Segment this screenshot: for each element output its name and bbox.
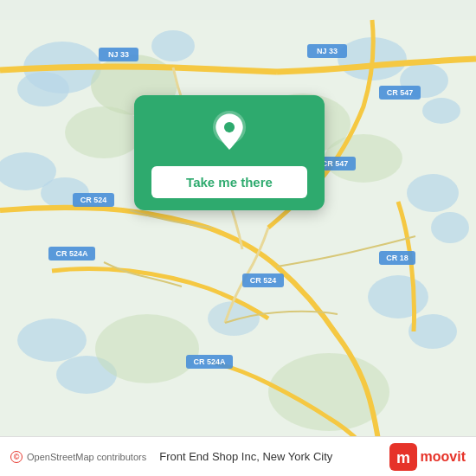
copyright-icon: © xyxy=(10,451,23,463)
svg-point-3 xyxy=(151,30,195,61)
attribution-text: OpenStreetMap contributors xyxy=(27,452,146,462)
take-me-there-button[interactable]: Take me there xyxy=(151,166,307,198)
svg-text:NJ 33: NJ 33 xyxy=(108,50,129,59)
bottom-left-info: © OpenStreetMap contributors Front End S… xyxy=(10,450,332,463)
place-name: Front End Shop Inc, New York City xyxy=(159,450,332,463)
svg-text:CR 524: CR 524 xyxy=(80,196,107,204)
svg-point-10 xyxy=(431,212,469,243)
moovit-brand-icon: m xyxy=(389,443,417,471)
svg-text:CR 547: CR 547 xyxy=(322,159,349,168)
svg-point-17 xyxy=(65,106,143,158)
svg-point-42 xyxy=(224,122,235,132)
svg-text:NJ 33: NJ 33 xyxy=(317,47,338,55)
map-background: NJ 33 NJ 33 CR 547 CR 547 CR 524 CR 524 … xyxy=(0,0,476,476)
map-container: NJ 33 NJ 33 CR 547 CR 547 CR 524 CR 524 … xyxy=(0,0,476,476)
svg-point-11 xyxy=(368,275,428,318)
moovit-logo: m moovit xyxy=(389,443,466,471)
svg-text:CR 524A: CR 524A xyxy=(193,357,226,366)
svg-point-9 xyxy=(407,174,459,212)
location-card: Take me there xyxy=(134,95,325,210)
location-pin-icon xyxy=(207,111,252,156)
svg-point-2 xyxy=(17,72,69,106)
svg-text:CR 524A: CR 524A xyxy=(55,249,88,258)
svg-text:m: m xyxy=(396,449,410,466)
svg-text:CR 18: CR 18 xyxy=(386,254,408,262)
svg-text:CR 547: CR 547 xyxy=(387,88,414,97)
svg-text:CR 524: CR 524 xyxy=(250,276,277,285)
svg-point-20 xyxy=(95,314,199,383)
bottom-bar: © OpenStreetMap contributors Front End S… xyxy=(0,436,476,476)
svg-point-6 xyxy=(422,98,460,124)
moovit-brand-text: moovit xyxy=(421,449,466,465)
svg-point-14 xyxy=(17,318,87,362)
